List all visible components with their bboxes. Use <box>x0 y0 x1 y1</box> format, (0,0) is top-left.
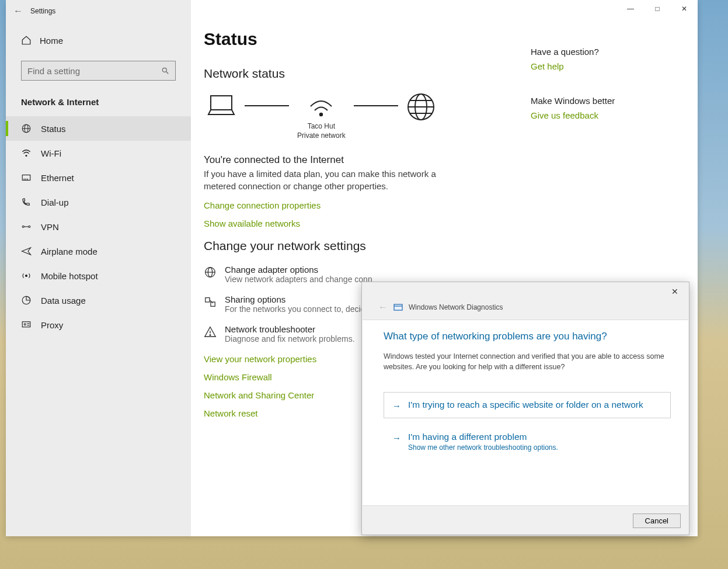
link-get-help[interactable]: Get help <box>531 61 615 71</box>
svg-point-0 <box>162 68 166 72</box>
search-input[interactable]: Find a setting <box>21 61 176 81</box>
wifi-icon <box>307 92 335 118</box>
data-icon <box>21 295 32 306</box>
sidebar-item-ethernet[interactable]: Ethernet <box>6 165 191 190</box>
globe-icon <box>21 123 32 134</box>
sidebar-category: Network & Internet <box>6 91 191 116</box>
dialog-header: ← Windows Network Diagnostics <box>362 301 689 316</box>
maximize-button[interactable]: □ <box>644 0 671 18</box>
option-specific-website[interactable]: → I'm trying to reach a specific website… <box>384 392 671 418</box>
make-better-heading: Make Windows better <box>531 96 615 106</box>
sidebar-item-label: Status <box>41 124 66 134</box>
svg-point-20 <box>320 113 322 116</box>
sidebar-item-vpn[interactable]: VPN <box>6 214 191 239</box>
dialog-title: Windows Network Diagnostics <box>409 303 503 311</box>
window-title: Settings <box>30 7 55 15</box>
back-button[interactable]: ← <box>6 6 30 16</box>
option-different-problem[interactable]: → I'm having a different problem Show me… <box>384 424 671 459</box>
sidebar-item-datausage[interactable]: Data usage <box>6 288 191 313</box>
airplane-icon <box>21 246 32 256</box>
sidebar-item-wifi[interactable]: Wi-Fi <box>6 141 191 165</box>
vpn-icon <box>21 221 32 232</box>
sidebar-item-home[interactable]: Home <box>6 27 191 54</box>
link-change-connection-properties[interactable]: Change connection properties <box>204 200 531 210</box>
svg-point-13 <box>26 275 27 277</box>
globe-icon <box>406 92 436 122</box>
svg-rect-15 <box>22 322 30 327</box>
diagnostics-icon <box>393 303 403 311</box>
svg-rect-34 <box>394 304 402 310</box>
sidebar-item-airplane[interactable]: Airplane mode <box>6 239 191 263</box>
connection-line <box>354 105 398 106</box>
window-controls: ― □ ✕ <box>617 0 698 18</box>
svg-point-10 <box>22 226 24 228</box>
hotspot-icon <box>21 270 32 281</box>
row-desc: For the networks you connect to, decide <box>225 304 370 314</box>
ethernet-icon <box>21 172 32 183</box>
connection-line <box>245 105 289 106</box>
proxy-icon <box>21 320 32 330</box>
sidebar-item-label: Data usage <box>41 296 86 306</box>
sidebar-item-label: Ethernet <box>41 173 74 183</box>
svg-rect-6 <box>22 175 30 181</box>
phone-icon <box>21 197 32 207</box>
sidebar-item-status[interactable]: Status <box>6 116 191 141</box>
option-sublabel: Show me other network troubleshooting op… <box>408 443 558 452</box>
svg-rect-19 <box>211 96 232 110</box>
svg-rect-29 <box>205 298 210 302</box>
arrow-icon: → <box>392 433 401 443</box>
sidebar: Home Find a setting Network & Internet S… <box>6 0 191 536</box>
laptop-icon <box>206 92 236 118</box>
page-title: Status <box>204 29 531 49</box>
svg-line-1 <box>166 72 169 74</box>
sidebar-item-label: Proxy <box>41 320 63 330</box>
svg-point-11 <box>29 226 30 228</box>
option-label: I'm trying to reach a specific website o… <box>408 400 643 410</box>
sidebar-item-dialup[interactable]: Dial-up <box>6 190 191 214</box>
row-title: Network troubleshooter <box>225 324 355 334</box>
dialog-close-button[interactable]: ✕ <box>667 284 683 299</box>
connected-body: If you have a limited data plan, you can… <box>204 168 437 192</box>
search-icon <box>161 67 169 75</box>
sidebar-item-label: Wi-Fi <box>41 148 61 158</box>
close-button[interactable]: ✕ <box>671 0 698 18</box>
dialog-footer: Cancel <box>362 506 689 535</box>
titlebar: ← Settings ― □ ✕ <box>6 0 698 22</box>
row-change-adapter[interactable]: Change adapter options View network adap… <box>204 265 472 284</box>
home-icon <box>21 35 32 46</box>
minimize-button[interactable]: ― <box>617 0 644 18</box>
warning-icon <box>204 325 217 344</box>
sidebar-item-label: Mobile hotspot <box>41 271 98 281</box>
dialog-titlebar: ✕ <box>362 282 689 301</box>
row-desc: Diagnose and fix network problems. <box>225 334 355 344</box>
have-question-heading: Have a question? <box>531 47 615 57</box>
option-label: I'm having a different problem <box>408 432 558 442</box>
cancel-button[interactable]: Cancel <box>633 514 681 528</box>
sidebar-item-hotspot[interactable]: Mobile hotspot <box>6 263 191 288</box>
link-give-feedback[interactable]: Give us feedback <box>531 110 615 120</box>
svg-point-16 <box>24 324 26 325</box>
dialog-body: What type of networking problems are you… <box>363 320 688 506</box>
dialog-back-button[interactable]: ← <box>378 302 388 313</box>
search-placeholder: Find a setting <box>27 66 80 76</box>
section-network-status: Network status <box>204 67 531 81</box>
row-title: Sharing options <box>225 294 370 304</box>
arrow-icon: → <box>392 401 401 411</box>
network-diagram: Taco Hut Private network <box>206 92 531 140</box>
svg-point-33 <box>210 335 211 336</box>
sidebar-item-label: Home <box>40 36 63 46</box>
adapter-icon <box>204 266 217 284</box>
network-name: Taco Hut <box>297 122 346 131</box>
wifi-icon <box>21 148 32 158</box>
sidebar-item-label: VPN <box>41 222 59 232</box>
sidebar-item-label: Airplane mode <box>41 247 97 256</box>
sharing-icon <box>204 296 217 314</box>
svg-point-5 <box>26 155 27 157</box>
section-change-settings: Change your network settings <box>204 239 531 253</box>
sidebar-item-label: Dial-up <box>41 197 69 207</box>
link-show-available-networks[interactable]: Show available networks <box>204 218 531 228</box>
network-diagnostics-dialog: ✕ ← Windows Network Diagnostics What typ… <box>361 282 689 535</box>
network-type: Private network <box>297 131 346 140</box>
sidebar-item-proxy[interactable]: Proxy <box>6 313 191 337</box>
dialog-body-text: Windows tested your Internet connection … <box>384 352 671 372</box>
